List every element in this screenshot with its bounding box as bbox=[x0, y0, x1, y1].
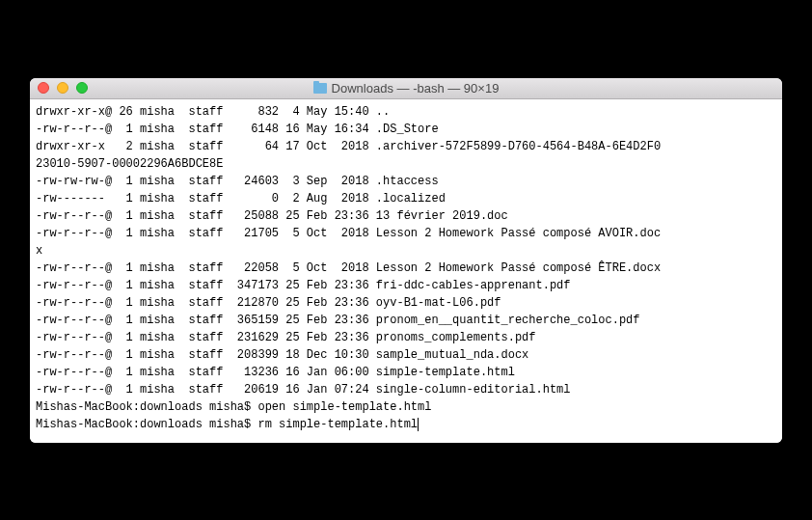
ls-output-line: -rw-r--r--@ 1 misha staff 20619 16 Jan 0… bbox=[36, 381, 776, 398]
prompt-line: Mishas-MacBook:downloads misha$ open sim… bbox=[36, 398, 776, 416]
ls-output-line: -rw------- 1 misha staff 0 2 Aug 2018 .l… bbox=[36, 190, 776, 207]
folder-icon bbox=[313, 83, 327, 94]
prompt-line: Mishas-MacBook:downloads misha$ rm simpl… bbox=[36, 416, 776, 433]
zoom-icon[interactable] bbox=[76, 82, 88, 94]
ls-output-line: drwxr-xr-x 2 misha staff 64 17 Oct 2018 … bbox=[36, 138, 776, 155]
ls-output-line: x bbox=[36, 242, 776, 260]
ls-output-line: -rw-rw-rw-@ 1 misha staff 24603 3 Sep 20… bbox=[36, 173, 776, 190]
shell-prompt: Mishas-MacBook:downloads misha$ bbox=[36, 418, 257, 431]
text-cursor bbox=[418, 418, 419, 431]
ls-output-line: -rw-r--r--@ 1 misha staff 25088 25 Feb 2… bbox=[36, 207, 776, 225]
window-title-text: Downloads — -bash — 90×19 bbox=[332, 81, 500, 96]
command-text: rm simple-template.html bbox=[257, 418, 418, 431]
minimize-icon[interactable] bbox=[57, 82, 68, 94]
ls-output-line: -rw-r--r--@ 1 misha staff 208399 18 Dec … bbox=[36, 346, 776, 364]
window-title: Downloads — -bash — 90×19 bbox=[30, 81, 782, 96]
terminal-content[interactable]: drwxr-xr-x@ 26 misha staff 832 4 May 15:… bbox=[30, 99, 782, 443]
ls-output-line: -rw-r--r--@ 1 misha staff 365159 25 Feb … bbox=[36, 312, 776, 329]
ls-output-line: -rw-r--r--@ 1 misha staff 21705 5 Oct 20… bbox=[36, 225, 776, 242]
ls-output-line: -rw-r--r--@ 1 misha staff 6148 16 May 16… bbox=[36, 121, 776, 138]
ls-output-line: -rw-r--r--@ 1 misha staff 13236 16 Jan 0… bbox=[36, 364, 776, 381]
close-icon[interactable] bbox=[38, 82, 49, 94]
ls-output-line: -rw-r--r--@ 1 misha staff 22058 5 Oct 20… bbox=[36, 260, 776, 277]
ls-output-line: drwxr-xr-x@ 26 misha staff 832 4 May 15:… bbox=[36, 103, 776, 121]
ls-output-line: -rw-r--r--@ 1 misha staff 231629 25 Feb … bbox=[36, 329, 776, 346]
traffic-lights bbox=[30, 82, 88, 94]
ls-output-line: 23010-5907-00002296A6BDCE8E bbox=[36, 155, 776, 173]
titlebar[interactable]: Downloads — -bash — 90×19 bbox=[30, 78, 782, 99]
shell-prompt: Mishas-MacBook:downloads misha$ bbox=[36, 400, 257, 414]
ls-output-line: -rw-r--r--@ 1 misha staff 212870 25 Feb … bbox=[36, 294, 776, 312]
ls-output-line: -rw-r--r--@ 1 misha staff 347173 25 Feb … bbox=[36, 277, 776, 294]
command-text: open simple-template.html bbox=[257, 400, 431, 414]
terminal-window: Downloads — -bash — 90×19 drwxr-xr-x@ 26… bbox=[30, 78, 782, 443]
